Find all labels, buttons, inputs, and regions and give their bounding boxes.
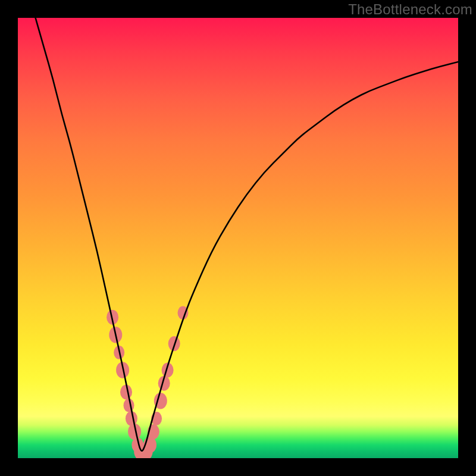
curve-layer: [18, 18, 458, 458]
curve-marker: [124, 399, 134, 412]
chart-frame: TheBottleneck.com: [0, 0, 476, 476]
watermark-text: TheBottleneck.com: [348, 1, 472, 18]
bottleneck-curve: [36, 18, 458, 451]
plot-area: [18, 18, 458, 458]
